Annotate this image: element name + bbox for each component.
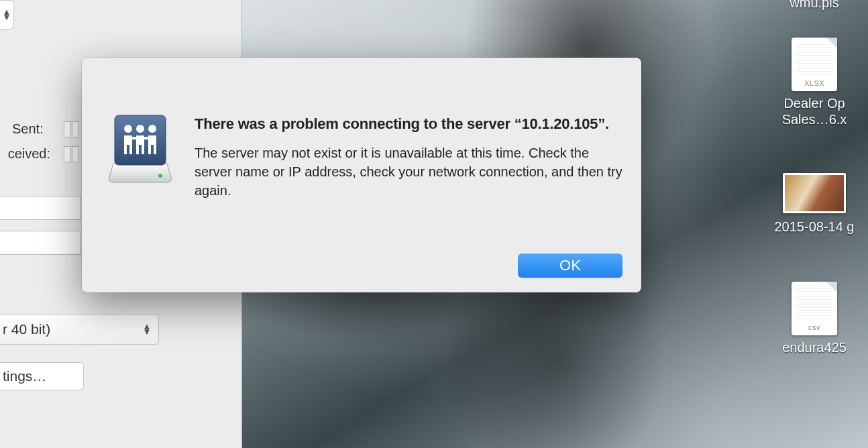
svg-point-3 [136, 125, 144, 133]
sent-field-1[interactable] [64, 121, 71, 137]
dialog-message: The server may not exist or it is unavai… [195, 144, 622, 200]
server-connection-error-dialog: There was a problem connecting to the se… [82, 58, 641, 292]
desktop-item-wmu[interactable]: wmu.pis [761, 0, 868, 11]
sent-field-2[interactable] [72, 121, 79, 137]
file-extension-label: csv [808, 323, 820, 331]
file-icon: csv [792, 282, 837, 335]
svg-point-4 [148, 125, 156, 133]
settings-button-label: tings… [3, 368, 46, 384]
desktop-item-xlsx[interactable]: XLSX Dealer Op Sales…6.x [761, 38, 868, 127]
desktop-item-label: wmu.pis [761, 0, 868, 11]
desktop-item-label: endura425 [761, 339, 868, 355]
ok-button[interactable]: OK [518, 254, 622, 278]
dialog-title: There was a problem connecting to the se… [195, 114, 622, 134]
desktop-item-label: 2015-08-14 g [761, 219, 868, 235]
image-thumbnail-icon [783, 173, 846, 213]
desktop-item-image[interactable]: 2015-08-14 g [761, 173, 868, 235]
received-field-2[interactable] [72, 146, 79, 162]
file-extension-label: XLSX [804, 79, 824, 87]
svg-point-0 [158, 174, 162, 178]
svg-rect-6 [143, 137, 150, 139]
dropdown-stepper-icon[interactable]: ▲▼ [0, 0, 14, 30]
text-field-1[interactable] [0, 196, 81, 220]
received-field-1[interactable] [64, 146, 71, 162]
encryption-dropdown[interactable]: r 40 bit) ▲▼ [0, 314, 159, 345]
svg-point-2 [124, 125, 132, 133]
updown-stepper-icon: ▲▼ [141, 319, 153, 340]
sent-label: Sent: [12, 121, 44, 137]
network-drive-icon [103, 76, 177, 278]
svg-rect-5 [131, 137, 138, 139]
desktop-icons-column: wmu.pis XLSX Dealer Op Sales…6.x 2015-08… [761, 0, 868, 448]
desktop-item-label: Dealer Op Sales…6.x [761, 95, 868, 127]
settings-button[interactable]: tings… [0, 362, 84, 390]
dialog-content: There was a problem connecting to the se… [177, 76, 622, 278]
desktop-item-csv[interactable]: csv endura425 [761, 282, 868, 355]
file-icon: XLSX [792, 38, 837, 91]
received-label: ceived: [0, 146, 50, 162]
text-field-2[interactable] [0, 231, 81, 255]
encryption-dropdown-label: r 40 bit) [3, 321, 50, 337]
